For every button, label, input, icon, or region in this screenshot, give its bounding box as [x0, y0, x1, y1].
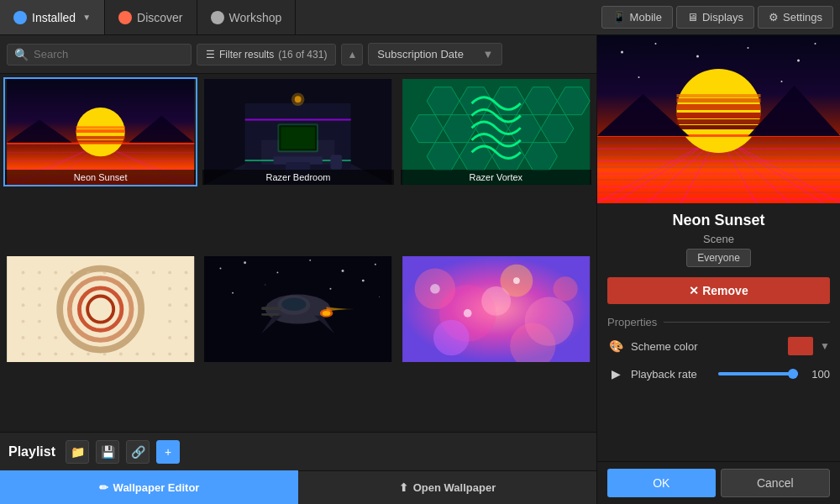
svg-point-64 — [185, 270, 188, 274]
playlist-add-button[interactable]: + — [156, 440, 180, 464]
svg-point-33 — [295, 96, 302, 102]
wallpaper-item-bokeh[interactable] — [399, 255, 593, 364]
filter-count: (16 of 431) — [278, 49, 327, 60]
search-box[interactable]: 🔍 — [7, 44, 192, 66]
svg-rect-153 — [677, 94, 761, 97]
svg-point-56 — [54, 270, 57, 274]
svg-point-125 — [481, 286, 511, 316]
installed-dropdown-arrow[interactable]: ▼ — [82, 13, 91, 22]
svg-point-65 — [22, 287, 25, 291]
svg-rect-154 — [677, 113, 761, 118]
color-palette-icon: 🎨 — [607, 338, 624, 354]
playlist-save-button[interactable]: 💾 — [96, 440, 119, 464]
svg-point-62 — [152, 270, 155, 274]
play-icon: ▶ — [607, 365, 624, 382]
svg-point-101 — [232, 292, 234, 294]
svg-point-70 — [22, 303, 25, 307]
tab-settings[interactable]: ⚙ Settings — [758, 6, 833, 29]
svg-rect-113 — [261, 307, 281, 310]
svg-rect-114 — [261, 313, 279, 316]
svg-point-165 — [815, 43, 816, 45]
displays-icon: 🖥 — [687, 11, 698, 24]
properties-section: Properties 🎨 Scheme color ▼ ▶ Playback r… — [597, 311, 840, 461]
tab-displays[interactable]: 🖥 Displays — [676, 6, 754, 29]
workshop-icon — [211, 11, 224, 24]
svg-point-97 — [277, 271, 279, 273]
svg-point-129 — [430, 284, 440, 294]
tab-displays-label: Displays — [702, 11, 743, 24]
playback-handle[interactable] — [788, 369, 798, 379]
cancel-button[interactable]: Cancel — [721, 469, 831, 497]
svg-point-78 — [22, 336, 25, 339]
color-dropdown-arrow[interactable]: ▼ — [820, 340, 830, 352]
scheme-color-label: Scheme color — [631, 340, 781, 353]
ok-button[interactable]: OK — [607, 469, 716, 497]
svg-rect-16 — [76, 140, 125, 143]
svg-rect-49 — [7, 256, 194, 362]
tab-settings-label: Settings — [783, 11, 822, 24]
svg-point-82 — [185, 336, 188, 339]
svg-point-84 — [38, 352, 41, 355]
main-area: 🔍 ☰ Filter results (16 of 431) ▲ Subscri… — [0, 35, 840, 504]
wallpaper-editor-button[interactable]: ✏ Wallpaper Editor — [0, 470, 298, 504]
wallpaper-label-neon-sunset: Neon Sunset — [5, 170, 196, 185]
svg-rect-151 — [677, 104, 761, 110]
tab-installed-label: Installed — [32, 11, 76, 24]
svg-rect-152 — [677, 98, 761, 102]
tab-workshop[interactable]: Workshop — [197, 0, 297, 34]
bottom-bar: ✏ Wallpaper Editor ⬆ Open Wallpaper — [0, 470, 596, 504]
svg-point-96 — [244, 261, 246, 264]
playlist-folder-button[interactable]: 📁 — [66, 440, 89, 464]
filter-label: Filter results — [219, 49, 274, 60]
svg-point-104 — [362, 280, 365, 282]
svg-point-57 — [71, 270, 74, 274]
svg-point-60 — [119, 270, 123, 274]
wallpaper-item-neon-sunset[interactable]: Neon Sunset — [3, 77, 197, 186]
tab-mobile[interactable]: 📱 Mobile — [601, 6, 673, 29]
svg-point-75 — [38, 320, 41, 323]
remove-button[interactable]: ✕ Remove — [607, 277, 830, 304]
svg-point-128 — [513, 277, 520, 284]
playlist-share-button[interactable]: 🔗 — [126, 440, 150, 464]
open-wallpaper-button[interactable]: ⬆ Open Wallpaper — [298, 470, 596, 504]
filter-button[interactable]: ☰ Filter results (16 of 431) — [197, 44, 336, 66]
detail-type: Scene — [597, 233, 840, 249]
svg-point-102 — [265, 284, 266, 285]
sort-select[interactable]: Subscription Date ▼ — [368, 43, 502, 66]
upload-icon: ⬆ — [399, 481, 408, 494]
filter-list-icon: ☰ — [206, 49, 215, 60]
wallpaper-item-razer-vortex[interactable]: Razer Vortex — [399, 77, 593, 186]
svg-point-163 — [748, 47, 749, 49]
settings-icon: ⚙ — [769, 11, 779, 24]
properties-divider — [664, 322, 830, 323]
properties-label: Properties — [607, 316, 657, 328]
svg-point-87 — [87, 352, 90, 355]
wallpaper-item-spaceship[interactable] — [201, 255, 395, 364]
svg-point-79 — [38, 336, 41, 339]
playback-rate-row: ▶ Playback rate 100 — [607, 365, 830, 382]
svg-point-88 — [103, 352, 107, 355]
wallpaper-item-razer-bedroom[interactable]: Razer Bedroom — [201, 77, 395, 186]
tab-discover[interactable]: Discover — [105, 0, 197, 34]
playlist-label: Playlist — [8, 444, 55, 459]
search-input[interactable] — [34, 48, 184, 60]
search-icon: 🔍 — [14, 48, 29, 61]
svg-point-108 — [282, 297, 307, 311]
color-swatch[interactable] — [788, 337, 813, 355]
svg-point-72 — [168, 303, 171, 307]
svg-point-123 — [433, 320, 470, 356]
svg-rect-13 — [76, 129, 125, 133]
top-navigation: Installed ▼ Discover Workshop 📱 Mobile 🖥… — [0, 0, 840, 35]
tab-mobile-label: Mobile — [630, 11, 662, 24]
svg-point-83 — [22, 352, 25, 355]
wallpaper-item-abstract1[interactable] — [3, 255, 197, 364]
svg-point-90 — [135, 352, 139, 355]
svg-point-67 — [54, 287, 57, 291]
everyone-badge: Everyone — [686, 249, 751, 267]
svg-point-161 — [655, 43, 657, 45]
playback-slider[interactable] — [718, 372, 799, 375]
tab-installed[interactable]: Installed ▼ — [0, 0, 105, 34]
svg-point-103 — [330, 288, 332, 290]
sort-direction-button[interactable]: ▲ — [341, 44, 363, 66]
svg-point-126 — [553, 276, 577, 301]
